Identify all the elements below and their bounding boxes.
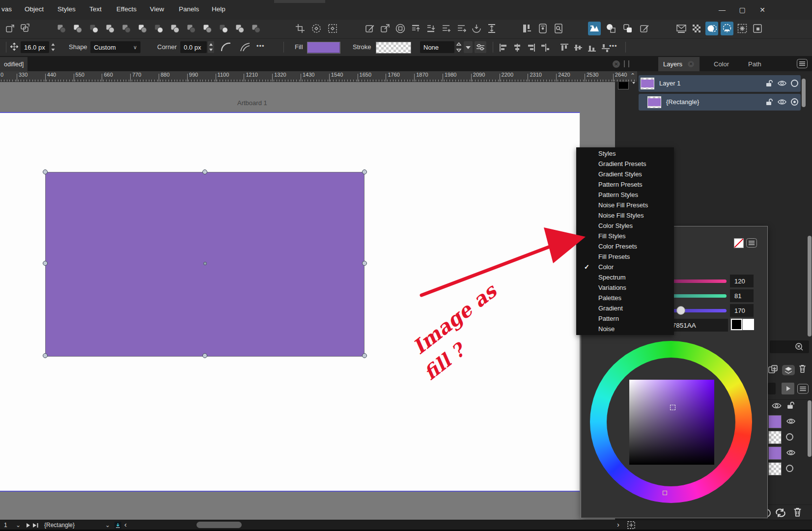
studio-columns-icon[interactable] — [521, 22, 533, 35]
subtract-front-icon[interactable] — [185, 22, 197, 35]
layer-row[interactable]: Layer 1 — [639, 75, 801, 92]
move-backward-icon[interactable] — [455, 22, 468, 35]
select-toggle-filled-icon[interactable] — [791, 98, 798, 106]
menu-item-gradient-styles[interactable]: Gradient Styles — [576, 169, 674, 179]
green-value-input[interactable]: 81 — [730, 289, 754, 302]
eye-icon[interactable] — [786, 449, 796, 456]
horizontal-scrollbar[interactable] — [196, 522, 242, 528]
lock-icon[interactable] — [765, 80, 773, 87]
play-button[interactable] — [782, 383, 794, 394]
compound-mask-icon[interactable] — [250, 22, 262, 35]
align-middle-v-icon[interactable] — [572, 41, 585, 55]
menu-item-pattern[interactable]: Pattern — [576, 313, 674, 324]
panel-divider-handle[interactable] — [624, 60, 629, 67]
align-left-icon[interactable] — [497, 41, 510, 55]
add-icon[interactable] — [55, 22, 68, 35]
edit-shape-icon[interactable] — [364, 22, 376, 35]
stroke-style-select[interactable]: None — [420, 41, 454, 53]
stroke-properties-icon[interactable] — [475, 41, 486, 53]
sync-icon[interactable] — [775, 508, 786, 518]
panel-menu-icon[interactable] — [746, 238, 757, 248]
sv-marker[interactable] — [670, 405, 675, 410]
tab-path[interactable]: Path — [743, 57, 766, 71]
move-by-whole-pixels-icon[interactable] — [751, 22, 764, 35]
eye-icon[interactable] — [777, 80, 787, 86]
menu-item-pattern-presets[interactable]: Pattern Presets — [576, 179, 674, 190]
trash-icon[interactable] — [793, 507, 802, 517]
panel-menu-icon[interactable] — [797, 59, 808, 68]
subtract-icon[interactable] — [71, 22, 84, 35]
studio-search-icon[interactable] — [552, 22, 565, 35]
layer-row[interactable]: {Rectangle} — [639, 94, 801, 111]
shape-builder-icon[interactable] — [605, 22, 617, 35]
fill-swatch[interactable] — [307, 42, 340, 54]
corner-input[interactable]: 0.0 px — [180, 41, 207, 53]
snap-target-icon[interactable] — [627, 521, 635, 529]
purple-swatch[interactable] — [768, 447, 782, 460]
menu-item-gradient-presets[interactable]: Gradient Presets — [576, 159, 674, 169]
menu-item-effects[interactable]: Effects — [116, 5, 137, 13]
crop-to-shape-icon[interactable] — [152, 22, 165, 35]
size-stepper[interactable] — [50, 41, 56, 53]
tab-layers[interactable]: Layers ✕ — [658, 57, 700, 71]
lock-icon[interactable] — [765, 98, 773, 106]
clear-search-icon[interactable] — [795, 342, 804, 351]
crop-frame-icon[interactable] — [294, 22, 307, 35]
shape-select[interactable]: Custom∨ — [90, 41, 140, 53]
chevron-right-icon[interactable]: › — [617, 520, 619, 529]
designer-persona-icon[interactable] — [588, 22, 601, 35]
selection-handle[interactable] — [362, 353, 367, 358]
play-forward-icon[interactable] — [26, 523, 31, 528]
trash-icon[interactable] — [798, 364, 807, 373]
align-bottom-icon[interactable] — [586, 41, 598, 55]
align-center-h-icon[interactable] — [511, 41, 524, 55]
divide-icon[interactable] — [104, 22, 116, 35]
selection-dropdown-icon[interactable]: ⌄ — [105, 522, 110, 529]
stroke-width-stepper[interactable] — [455, 41, 462, 53]
snap-to-object-icon[interactable] — [705, 22, 718, 35]
eye-icon[interactable] — [777, 99, 787, 105]
saturation-value-square[interactable] — [629, 380, 714, 465]
more-align-options[interactable]: ••• — [609, 42, 617, 50]
blue-value-input[interactable]: 170 — [730, 304, 754, 317]
purple-swatch[interactable] — [768, 415, 782, 428]
menu-item-styles[interactable]: Styles — [576, 148, 674, 159]
selection-handle[interactable] — [362, 261, 367, 266]
align-right-icon[interactable] — [525, 41, 537, 55]
selection-handle[interactable] — [202, 169, 207, 174]
red-value-input[interactable]: 120 — [730, 275, 754, 287]
align-top-icon[interactable] — [558, 41, 571, 55]
hue-marker[interactable] — [663, 491, 667, 495]
layer-thumbnail[interactable] — [647, 96, 661, 108]
black-swatch[interactable] — [731, 319, 742, 330]
menu-item-gradient[interactable]: Gradient — [576, 303, 674, 313]
chevron-left-icon[interactable]: ‹ — [124, 520, 127, 529]
transform-duplicate-icon[interactable] — [19, 22, 31, 35]
blue-slider-handle[interactable] — [676, 306, 685, 315]
maximize-button[interactable]: ▢ — [735, 4, 750, 16]
page-number[interactable]: 1 — [4, 522, 7, 529]
merge-curves-icon[interactable] — [217, 22, 230, 35]
select-toggle-icon[interactable] — [791, 80, 798, 87]
menu-item-palettes[interactable]: Palettes — [576, 293, 674, 303]
corner-round-icon[interactable] — [220, 42, 232, 53]
size-input[interactable]: 16.0 px — [21, 41, 49, 53]
menu-item-noise[interactable]: Noise — [576, 324, 674, 334]
collapse-ruler-icon[interactable]: ⌃ — [630, 72, 635, 79]
skip-to-end-icon[interactable] — [32, 523, 39, 528]
selection-handle[interactable] — [362, 169, 367, 174]
panel-close-icon[interactable]: ✕ — [613, 60, 620, 68]
insert-inside-icon[interactable] — [470, 22, 483, 35]
menu-item-noise-fill-styles[interactable]: Noise Fill Styles — [576, 210, 674, 221]
combine-icon[interactable] — [120, 22, 133, 35]
pixel-grid-icon[interactable] — [690, 22, 703, 35]
stroke-swatch[interactable] — [376, 42, 411, 54]
transparent-swatch[interactable] — [768, 462, 782, 475]
force-pixel-alignment-icon[interactable] — [736, 22, 749, 35]
list-menu-icon[interactable] — [797, 384, 809, 394]
selection-name[interactable]: {Rectangle} — [44, 522, 75, 529]
appearance-scrollbar[interactable] — [808, 400, 812, 457]
export-slice-icon[interactable] — [114, 522, 121, 529]
menu-item-help[interactable]: Help — [212, 5, 225, 13]
transform-box-icon[interactable] — [4, 22, 17, 35]
